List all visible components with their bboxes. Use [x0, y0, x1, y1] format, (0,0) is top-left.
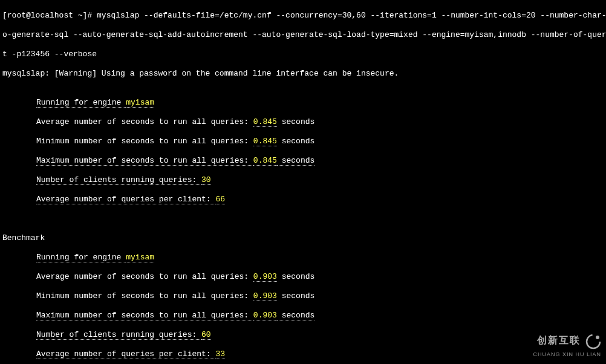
- max-line: Maximum number of seconds to run all que…: [2, 311, 604, 320]
- clients-line: Number of clients running queries: 30: [2, 175, 604, 185]
- command-part2: o-generate-sql --auto-generate-sql-add-a…: [2, 30, 604, 40]
- prompt: [root@localhost ~]#: [2, 11, 97, 20]
- running-label: Running for engine: [36, 98, 126, 108]
- min-value: 0.903: [253, 291, 277, 301]
- avg-line: Average number of seconds to run all que…: [2, 272, 604, 282]
- clients-value: 30: [201, 175, 211, 185]
- avg-line: Average number of seconds to run all que…: [2, 117, 604, 127]
- running-engine: Running for engine myisam: [2, 253, 604, 262]
- command-part1: mysqlslap --defaults-file=/etc/my.cnf --…: [97, 11, 606, 20]
- max-value: 0.903: [253, 311, 277, 320]
- benchmark-header: Benchmark: [2, 233, 604, 243]
- engine-name: myisam: [126, 253, 154, 262]
- clients-line: Number of clients running queries: 60: [2, 330, 604, 340]
- warning-line: mysqlslap: [Warning] Using a password on…: [2, 69, 604, 79]
- terminal-output: [root@localhost ~]# mysqlslap --defaults…: [0, 0, 606, 364]
- running-label: Running for engine: [36, 253, 126, 262]
- engine-name: myisam: [126, 98, 154, 108]
- perclient-value: 33: [215, 349, 225, 359]
- command-part3: t -p123456 --verbose: [2, 50, 604, 59]
- max-value: 0.845: [253, 156, 277, 166]
- min-line: Minimum number of seconds to run all que…: [2, 291, 604, 301]
- command-line: [root@localhost ~]# mysqlslap --defaults…: [2, 11, 604, 21]
- max-line: Maximum number of seconds to run all que…: [2, 156, 604, 166]
- perclient-value: 66: [215, 195, 225, 204]
- min-value: 0.845: [253, 137, 277, 146]
- running-engine: Running for engine myisam: [2, 98, 604, 108]
- avg-value: 0.845: [253, 117, 277, 127]
- perclient-line: Average number of queries per client: 66: [2, 195, 604, 204]
- min-line: Minimum number of seconds to run all que…: [2, 137, 604, 146]
- avg-value: 0.903: [253, 272, 277, 282]
- perclient-line: Average number of queries per client: 33: [2, 349, 604, 359]
- clients-value: 60: [201, 330, 211, 340]
